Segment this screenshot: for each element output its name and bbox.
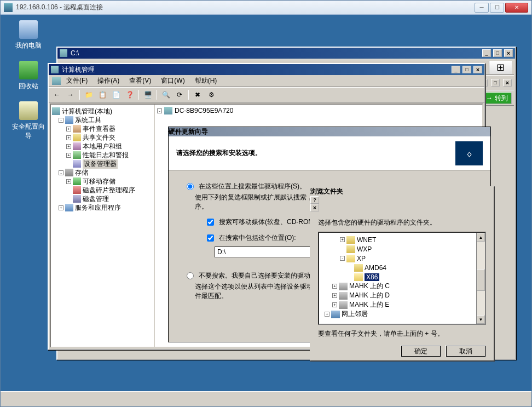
scroll-thumb[interactable]: [477, 269, 485, 291]
folder-wxp[interactable]: WXP: [320, 244, 484, 254]
mmc-title: 计算机管理: [61, 65, 449, 74]
drive-mahk-d[interactable]: +MAHK 上的 D: [320, 291, 484, 300]
expand-icon[interactable]: +: [59, 205, 63, 210]
rdp-maximize-button[interactable]: [490, 3, 504, 13]
mmc-minimize-button[interactable]: [452, 66, 460, 73]
inner-maximize-button[interactable]: [491, 79, 500, 87]
check-location[interactable]: [207, 234, 214, 242]
option2-radio[interactable]: [187, 272, 194, 279]
tree-storage[interactable]: -存储: [52, 168, 153, 177]
tree-perf[interactable]: +性能日志和警报: [52, 151, 153, 159]
tool-help-icon[interactable]: ❓: [124, 89, 136, 101]
rdp-minimize-button[interactable]: [475, 3, 489, 13]
tool-back-icon[interactable]: ←: [51, 89, 63, 101]
inner-close-button[interactable]: [503, 79, 512, 87]
taskbar[interactable]: [1, 391, 531, 406]
folder-icon: [354, 264, 363, 272]
tree-root[interactable]: 计算机管理(本地): [52, 107, 153, 116]
mmc-close-button[interactable]: [473, 66, 482, 73]
check-removable[interactable]: [207, 219, 214, 226]
tree-services[interactable]: +服务和应用程序: [52, 203, 153, 212]
tool-refresh-icon[interactable]: ⟳: [174, 89, 186, 101]
explorer-close-button[interactable]: [504, 49, 513, 57]
menu-window[interactable]: 窗口(W): [157, 75, 189, 87]
recyclebin-label: 回收站: [9, 82, 48, 91]
menu-action[interactable]: 操作(A): [93, 75, 124, 87]
scroll-track[interactable]: [477, 242, 485, 315]
folder-wnet[interactable]: +WNET: [320, 235, 484, 244]
ok-button[interactable]: 确定: [401, 345, 441, 357]
rdp-titlebar: 192.168.0.106 - 远程桌面连接: [1, 1, 531, 15]
menu-help[interactable]: 帮助(H): [190, 75, 222, 87]
explorer-minimize-button[interactable]: [482, 49, 491, 57]
explorer-maximize-button[interactable]: [493, 49, 502, 57]
folder-amd64[interactable]: AMD64: [320, 263, 484, 272]
rdp-close-button[interactable]: [505, 3, 528, 13]
rdp-title: 192.168.0.106 - 远程桌面连接: [16, 3, 470, 12]
tool-up-icon[interactable]: 📁: [83, 89, 95, 101]
tool-uninstall-icon[interactable]: ✖: [192, 89, 204, 101]
tree-diskmgmt[interactable]: 磁盘管理: [52, 194, 153, 203]
scroll-up-button[interactable]: ▲: [477, 233, 485, 242]
desktop-icon-mycomputer[interactable]: 我的电脑: [9, 20, 48, 50]
tree-users[interactable]: +本地用户和组: [52, 142, 153, 151]
tool-scan-icon[interactable]: 🔍: [160, 89, 172, 101]
collapse-icon[interactable]: -: [157, 108, 162, 113]
expand-icon[interactable]: +: [66, 127, 71, 131]
tree-removable[interactable]: +可移动存储: [52, 177, 153, 186]
browse-help-button[interactable]: [310, 196, 319, 204]
expand-icon[interactable]: +: [325, 312, 329, 317]
browse-titlebar[interactable]: 浏览文件夹: [310, 187, 494, 211]
mmc-tree[interactable]: 计算机管理(本地) -系统工具 +事件查看器 +共享文件夹 +本地用户和组 +性…: [51, 105, 155, 347]
tool-update-icon[interactable]: ⚙: [205, 89, 217, 101]
mmc-titlebar[interactable]: 计算机管理: [49, 64, 484, 75]
expand-icon[interactable]: +: [66, 179, 71, 184]
device-host-row[interactable]: - DC-8B9C95E9A720: [157, 107, 480, 114]
mmc-toolbar: ← → 📁 📋 📄 ❓ 🖥️ 🔍 ⟳ ✖ ⚙: [49, 87, 484, 102]
cancel-button[interactable]: 取消: [446, 345, 486, 357]
tool-export-icon[interactable]: 📄: [110, 89, 122, 101]
mmc-menubar: 文件(F) 操作(A) 查看(V) 窗口(W) 帮助(H): [49, 75, 484, 87]
expand-icon[interactable]: +: [340, 237, 345, 242]
scroll-down-button[interactable]: ▼: [477, 315, 485, 324]
browse-tree[interactable]: +WNET WXP -XP AMD64 X86 +MAHK 上的 C +MAHK…: [318, 232, 486, 325]
desktop-icon-recyclebin[interactable]: 回收站: [9, 61, 48, 91]
folder-xp[interactable]: -XP: [320, 254, 484, 263]
browse-title: 浏览文件夹: [310, 187, 343, 195]
expand-icon[interactable]: +: [332, 284, 337, 289]
folder-x86[interactable]: X86: [320, 272, 484, 282]
desktop-icon-secwizard[interactable]: 安全配置向 导: [9, 101, 48, 141]
drive-mahk-e[interactable]: +MAHK 上的 E: [320, 300, 484, 309]
expand-icon[interactable]: +: [66, 153, 71, 158]
drive-mahk-c[interactable]: +MAHK 上的 C: [320, 282, 484, 291]
mmc-maximize-button[interactable]: [462, 66, 471, 73]
option1-radio[interactable]: [187, 183, 194, 190]
tool-devmgr-icon[interactable]: 🖥️: [142, 89, 154, 101]
network-neighborhood[interactable]: +网上邻居: [320, 309, 484, 319]
tree-event[interactable]: +事件查看器: [52, 124, 153, 133]
tool-forward-icon[interactable]: →: [65, 89, 77, 101]
mycomputer-icon: [19, 20, 38, 39]
collapse-icon[interactable]: -: [340, 256, 345, 261]
browse-scrollbar[interactable]: ▲ ▼: [476, 233, 485, 324]
explorer-titlebar[interactable]: C:\: [57, 48, 515, 59]
goto-button[interactable]: 转到: [482, 92, 512, 104]
tool-separator: [138, 90, 139, 100]
tree-device[interactable]: 设备管理器: [52, 159, 153, 168]
browse-footer: 要查看任何子文件夹，请单击上面的 + 号。 确定 取消: [310, 325, 494, 360]
collapse-icon[interactable]: -: [59, 118, 63, 123]
collapse-icon[interactable]: -: [59, 170, 63, 175]
expand-icon[interactable]: +: [332, 293, 337, 298]
tree-systools[interactable]: -系统工具: [52, 116, 153, 124]
tree-defrag[interactable]: 磁盘碎片整理程序: [52, 186, 153, 194]
rdp-window: 192.168.0.106 - 远程桌面连接 我的电脑 回收站 安全配置向 导 …: [0, 0, 532, 407]
expand-icon[interactable]: +: [66, 135, 71, 140]
expand-icon[interactable]: +: [332, 302, 337, 307]
browse-close-button[interactable]: [310, 204, 319, 211]
tool-properties-icon[interactable]: 📋: [96, 89, 108, 101]
expand-icon[interactable]: +: [66, 144, 71, 149]
menu-file[interactable]: 文件(F): [62, 75, 92, 87]
folder-icon: [346, 236, 355, 244]
tree-shared[interactable]: +共享文件夹: [52, 133, 153, 142]
menu-view[interactable]: 查看(V): [125, 75, 155, 87]
